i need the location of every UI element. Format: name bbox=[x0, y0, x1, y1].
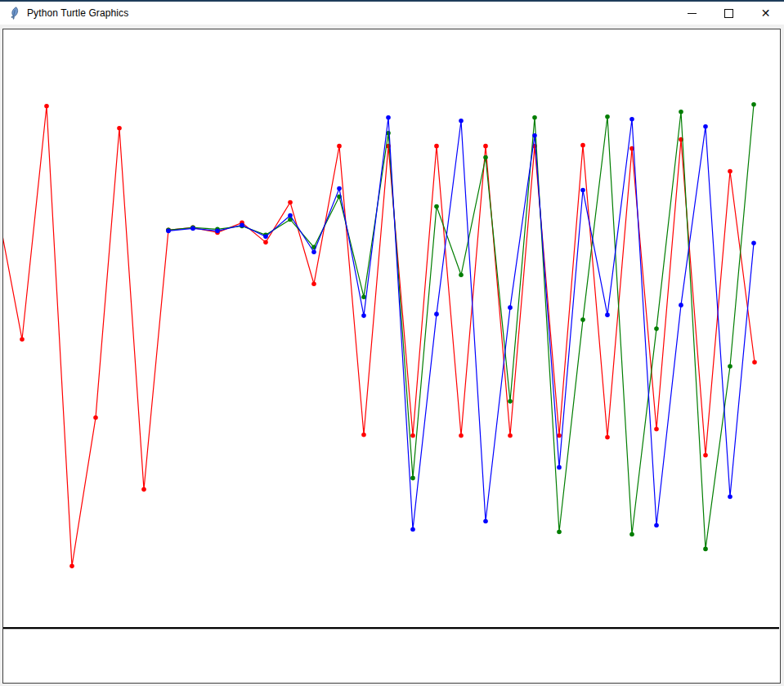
red-series-marker bbox=[20, 337, 25, 342]
red-series-marker bbox=[288, 200, 293, 205]
green-series-marker bbox=[654, 326, 659, 331]
red-series-marker bbox=[263, 240, 268, 245]
red-series-marker bbox=[728, 169, 732, 174]
blue-series-marker bbox=[311, 250, 316, 255]
blue-series-marker bbox=[166, 229, 171, 234]
red-series-marker bbox=[141, 487, 146, 492]
blue-series-marker bbox=[361, 313, 366, 318]
red-series-marker bbox=[752, 360, 757, 365]
green-series-marker bbox=[703, 547, 708, 552]
minimize-icon bbox=[688, 13, 697, 14]
red-series-marker bbox=[410, 433, 415, 438]
blue-series-marker bbox=[679, 303, 683, 307]
green-series-marker bbox=[580, 317, 585, 322]
red-series-marker bbox=[580, 143, 585, 148]
blue-series-marker bbox=[508, 305, 513, 310]
green-series-marker bbox=[361, 294, 366, 299]
blue-series-marker bbox=[240, 223, 244, 228]
red-series-marker bbox=[117, 126, 122, 131]
green-series-marker bbox=[751, 102, 756, 107]
minimize-button[interactable] bbox=[674, 2, 710, 25]
title-bar: Python Turtle Graphics ✕ bbox=[0, 2, 784, 25]
green-series-marker bbox=[483, 155, 488, 160]
green-series-marker bbox=[508, 399, 513, 404]
blue-series-marker bbox=[728, 495, 732, 500]
green-series-marker bbox=[605, 114, 610, 119]
red-series-marker bbox=[459, 433, 464, 438]
red-series-marker bbox=[703, 453, 708, 458]
green-series-marker bbox=[557, 530, 562, 535]
close-button[interactable]: ✕ bbox=[747, 2, 784, 25]
maximize-button[interactable] bbox=[710, 2, 747, 25]
red-series-marker bbox=[605, 435, 610, 440]
blue-series-marker bbox=[386, 115, 391, 120]
green-series bbox=[166, 102, 756, 551]
blue-series-marker bbox=[434, 312, 439, 316]
blue-series-marker bbox=[337, 186, 342, 191]
turtle-canvas bbox=[2, 29, 781, 684]
blue-series-line bbox=[168, 118, 754, 530]
line-chart bbox=[3, 29, 780, 683]
green-series-marker bbox=[532, 115, 537, 120]
red-series-marker bbox=[93, 415, 98, 420]
green-series-line bbox=[168, 105, 754, 549]
blue-series bbox=[166, 115, 756, 531]
blue-series-marker bbox=[483, 519, 488, 524]
red-series-marker bbox=[361, 433, 366, 437]
green-series-marker bbox=[679, 110, 683, 114]
green-series-marker bbox=[410, 476, 415, 481]
blue-series-marker bbox=[629, 117, 634, 122]
turtle-graphics-window: Python Turtle Graphics ✕ bbox=[0, 0, 784, 686]
blue-series-marker bbox=[288, 213, 293, 218]
blue-series-marker bbox=[215, 229, 220, 234]
red-series-marker bbox=[557, 433, 562, 438]
blue-series-marker bbox=[751, 241, 756, 246]
red-series-line bbox=[3, 106, 755, 567]
red-series-marker bbox=[654, 427, 659, 432]
red-series-marker bbox=[508, 433, 513, 438]
green-series-marker bbox=[459, 272, 464, 277]
red-series-marker bbox=[337, 144, 342, 149]
close-icon: ✕ bbox=[761, 7, 771, 19]
red-series-marker bbox=[69, 564, 74, 569]
blue-series-marker bbox=[190, 226, 195, 231]
green-series-marker bbox=[728, 364, 732, 369]
window-title: Python Turtle Graphics bbox=[27, 7, 128, 19]
blue-series-marker bbox=[532, 133, 537, 138]
green-series-marker bbox=[629, 532, 634, 537]
maximize-icon bbox=[724, 9, 733, 18]
blue-series-marker bbox=[580, 188, 585, 193]
blue-series-marker bbox=[459, 119, 464, 123]
blue-series-marker bbox=[654, 523, 659, 528]
blue-series-marker bbox=[605, 312, 610, 317]
red-series-marker bbox=[434, 144, 439, 149]
python-feather-icon bbox=[7, 7, 20, 20]
canvas-frame bbox=[0, 26, 784, 686]
blue-series-marker bbox=[410, 527, 415, 532]
blue-series-marker bbox=[557, 465, 562, 470]
blue-series-marker bbox=[263, 235, 268, 240]
red-series bbox=[3, 104, 757, 568]
red-series-marker bbox=[311, 281, 316, 286]
red-series-marker bbox=[483, 144, 488, 149]
green-series-marker bbox=[434, 204, 439, 209]
red-series-marker bbox=[44, 104, 49, 109]
blue-series-marker bbox=[703, 124, 708, 129]
